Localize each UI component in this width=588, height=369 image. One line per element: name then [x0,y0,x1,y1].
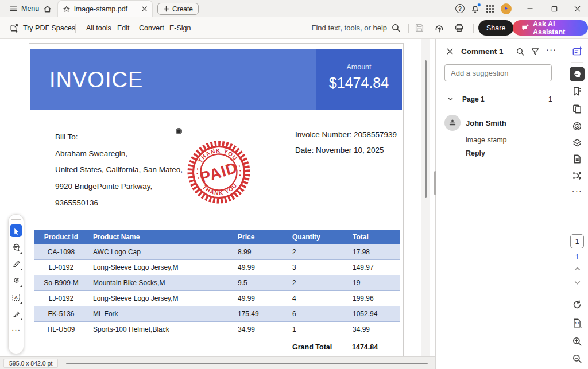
layers-panel-button[interactable] [566,138,588,148]
window-close-button[interactable] [568,0,586,17]
tags-order-panel-button[interactable] [566,170,588,181]
paid-stamp[interactable]: THANK YOU THANK YOU PAID [183,137,254,208]
table-cell: FK-5136 [34,306,88,321]
text-select-tool-button[interactable]: A [10,291,22,304]
amount-label: Amount [316,63,402,71]
annotation-marker[interactable] [176,128,182,134]
drag-handle[interactable] [11,219,21,220]
next-page-button[interactable] [566,279,588,286]
comments-more-button[interactable]: ··· [546,45,557,54]
attachments-panel-button[interactable] [566,154,588,164]
comment-tool-button[interactable] [10,241,22,254]
bill-to-line: 9920 BridgePointe Parkway, [55,178,183,195]
table-cell: 4 [287,291,347,306]
page-number-input[interactable]: 1 [566,234,588,248]
zoom-in-button[interactable] [566,336,588,347]
filter-funnel-icon [531,47,540,56]
find-box[interactable]: Find text, tools, or help [311,17,401,38]
table-header-cell: Product Id [34,230,88,244]
quick-tools-more-button[interactable]: ··· [11,325,21,334]
account-avatar [501,3,512,14]
ai-assistant-panel-button[interactable] [566,46,588,57]
save-button [415,17,424,38]
page-group-collapse[interactable] [447,96,454,102]
document-viewport[interactable]: INVOICE Amount $1474.84 Bill To:Abraham … [0,39,435,369]
comments-panel-button[interactable] [566,67,588,81]
sign-tool-button[interactable] [10,308,22,320]
bookmarks-panel-button[interactable] [566,86,588,96]
pdf-page[interactable]: INVOICE Amount $1474.84 Bill To:Abraham … [29,43,404,356]
edit-menu[interactable]: Edit [117,17,130,38]
shuffle-arrows-icon [572,170,582,181]
home-button[interactable] [42,0,52,17]
maximize-icon [551,5,558,13]
destinations-panel-button[interactable] [566,121,588,131]
select-tool-button[interactable] [10,224,22,237]
zoom-fit-button[interactable]: 1:1 [566,318,588,328]
share-button[interactable]: Share [478,20,513,36]
acrobat-window: Menu image-stamp.pdf Create ? [0,0,588,369]
page-number-value: 1 [570,234,584,248]
comment-author-avatar [444,115,461,131]
esign-menu[interactable]: E-Sign [169,17,191,38]
minimize-button[interactable] [521,0,539,17]
table-cell: 19 [347,275,400,290]
rotate-page-button[interactable] [566,300,588,310]
document-tab[interactable]: image-stamp.pdf [57,0,153,17]
chevron-down-icon [574,279,581,286]
table-row: LJ-0192Long-Sleeve Logo Jersey,M49.99314… [34,259,400,275]
rail-more-button[interactable]: ··· [566,186,588,195]
ask-ai-assistant-button[interactable]: Ask AI Assistant [513,20,588,36]
help-button[interactable]: ? [453,0,467,17]
layers-icon [572,138,582,148]
horizontal-scrollbar-thumb[interactable] [66,363,428,364]
save-icon [415,23,424,33]
notification-dot [477,3,481,7]
svg-text:A: A [14,295,18,300]
table-cell: 9.5 [232,275,287,290]
table-cell: 6 [287,306,347,321]
table-cell: Mountain Bike Socks,M [88,275,232,290]
star-icon[interactable] [63,5,71,13]
suggestion-input[interactable] [444,64,552,81]
grand-total-value: 1474.84 [352,337,378,356]
maximize-button[interactable] [546,0,563,17]
all-tools-menu[interactable]: All tools [86,17,111,38]
notifications-button[interactable] [468,0,482,17]
comment-bubble-icon [11,243,21,252]
titlebar: Menu image-stamp.pdf Create ? [0,0,588,17]
account-button[interactable] [498,0,513,17]
page-group-count: 1 [548,95,552,103]
page-group-label: Page 1 [462,95,485,103]
try-pdf-spaces-button[interactable]: Try PDF Spaces [9,17,75,38]
table-cell: LJ-0192 [34,291,88,306]
comments-search-button[interactable] [516,47,525,56]
comments-filter-button[interactable] [531,47,540,56]
panel-close-button[interactable] [446,48,454,55]
pdf-spaces-icon [9,23,19,33]
highlight-tool-button[interactable] [10,258,22,270]
pages-panel-button[interactable] [566,104,588,114]
fountain-pen-icon [12,310,21,318]
print-button[interactable] [454,17,464,38]
upload-button[interactable] [434,17,444,38]
table-cell: Sports-100 Helmet,Black [88,322,232,337]
tab-title: image-stamp.pdf [74,5,138,13]
convert-menu[interactable]: Convert [139,17,164,38]
apps-button[interactable] [483,0,497,17]
vertical-scrollbar[interactable] [421,39,430,356]
rail-divider [571,62,583,63]
vertical-scrollbar-thumb[interactable] [425,60,427,198]
invoice-table-header: Product IdProduct NamePriceQuantityTotal [34,230,400,244]
create-button[interactable]: Create [157,3,199,15]
table-header-cell: Product Name [88,230,232,244]
table-header-cell: Total [347,230,400,244]
menu-button[interactable]: Menu [9,0,39,17]
zoom-out-button[interactable] [566,354,588,364]
draw-tool-button[interactable] [10,274,22,287]
previous-page-button[interactable] [566,265,588,273]
ai-summary-icon [572,46,583,57]
table-cell: 3 [287,260,347,275]
reply-button[interactable]: Reply [466,149,485,157]
tab-close-icon[interactable] [141,6,148,12]
